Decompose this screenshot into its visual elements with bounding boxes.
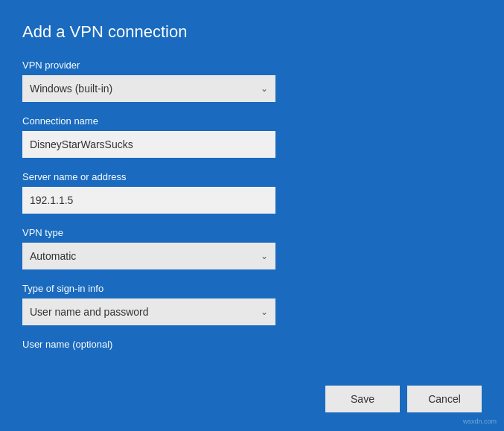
vpn-provider-select-wrapper[interactable]: Windows (built-in) ⌄	[22, 75, 275, 102]
vpn-type-select-wrapper[interactable]: Automatic ⌄	[22, 243, 275, 269]
save-button[interactable]: Save	[325, 386, 400, 412]
connection-name-group: Connection name	[22, 115, 482, 158]
sign-in-type-group: Type of sign-in info User name and passw…	[22, 283, 482, 325]
vpn-provider-group: VPN provider Windows (built-in) ⌄	[22, 60, 482, 102]
server-name-group: Server name or address	[22, 171, 482, 214]
username-label: User name (optional)	[22, 339, 482, 350]
vpn-type-select[interactable]: Automatic	[22, 243, 275, 269]
vpn-type-group: VPN type Automatic ⌄	[22, 227, 482, 269]
username-group: User name (optional)	[22, 339, 482, 354]
sign-in-type-label: Type of sign-in info	[22, 283, 482, 294]
vpn-provider-select[interactable]: Windows (built-in)	[22, 75, 275, 102]
vpn-dialog: Add a VPN connection VPN provider Window…	[0, 0, 504, 431]
dialog-title: Add a VPN connection	[22, 22, 482, 42]
cancel-button[interactable]: Cancel	[407, 386, 482, 412]
vpn-type-label: VPN type	[22, 227, 482, 238]
connection-name-input[interactable]	[22, 131, 275, 158]
connection-name-label: Connection name	[22, 115, 482, 127]
dialog-footer: Save Cancel	[325, 386, 482, 412]
watermark: wsxdn.com	[463, 418, 497, 425]
sign-in-type-select[interactable]: User name and password	[22, 298, 275, 325]
sign-in-type-select-wrapper[interactable]: User name and password ⌄	[22, 298, 275, 325]
vpn-provider-label: VPN provider	[22, 60, 482, 71]
server-name-input[interactable]	[22, 187, 275, 214]
server-name-label: Server name or address	[22, 171, 482, 182]
